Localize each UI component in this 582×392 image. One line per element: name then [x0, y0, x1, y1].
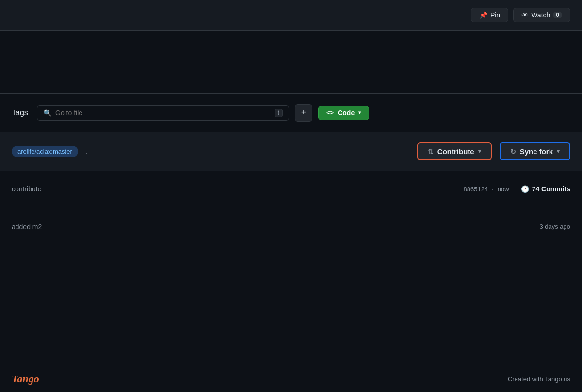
watch-label: Watch [531, 11, 550, 19]
add-button[interactable]: + [295, 104, 312, 122]
plus-icon: + [301, 108, 307, 118]
sync-fork-button[interactable]: ↻ Sync fork ▾ [500, 142, 570, 160]
commits-row: contribute 8865124 · now 🕐 74 Commits [0, 171, 582, 207]
commit-dot: · [492, 186, 494, 193]
sync-fork-label: Sync fork [520, 147, 553, 156]
watch-count: 0 [553, 12, 562, 18]
search-kbd: t [275, 109, 283, 117]
search-box[interactable]: 🔍 t [37, 105, 289, 121]
code-chevron-icon: ▾ [358, 110, 361, 115]
file-name: added m2 [12, 223, 42, 231]
code-brackets-icon: <> [326, 109, 334, 116]
contribute-icon: ⇅ [428, 148, 434, 156]
commit-hash: 8865124 [464, 186, 488, 193]
code-label: Code [338, 109, 355, 117]
commits-label: 74 Commits [532, 185, 570, 193]
file-row: added m2 3 days ago [0, 207, 582, 246]
contribute-cell: contribute [12, 185, 41, 193]
contribute-chevron-icon: ▾ [478, 148, 481, 155]
created-with-label: Created with Tango.us [508, 376, 570, 383]
search-icon: 🔍 [43, 109, 51, 117]
bottom-bar: Tango Created with Tango.us [0, 366, 582, 392]
tango-logo: Tango [12, 373, 39, 385]
contribute-label: Contribute [437, 147, 474, 156]
dot-separator: . [86, 147, 88, 156]
file-time: 3 days ago [539, 223, 570, 230]
commit-info: 8865124 · now 🕐 74 Commits [464, 185, 570, 193]
code-button[interactable]: <> Code ▾ [318, 106, 369, 120]
toolbar-row: Tags 🔍 t + <> Code ▾ [0, 94, 582, 132]
commit-time: now [498, 186, 509, 193]
pin-icon: 📌 [479, 11, 487, 19]
tags-label: Tags [12, 109, 31, 117]
middle-section [0, 31, 582, 94]
commits-link[interactable]: 🕐 74 Commits [521, 185, 570, 193]
branch-row: arelife/aciax:master . ⇅ Contribute ▾ ↻ … [0, 132, 582, 171]
watch-button[interactable]: 👁 Watch 0 [513, 8, 570, 22]
watch-icon: 👁 [521, 11, 528, 19]
contribute-button[interactable]: ⇅ Contribute ▾ [417, 142, 492, 160]
top-bar: 📌 Pin 👁 Watch 0 [0, 0, 582, 31]
sync-icon: ↻ [510, 148, 516, 156]
pin-label: Pin [490, 11, 500, 19]
sync-chevron-icon: ▾ [557, 148, 560, 155]
history-icon: 🕐 [521, 185, 529, 193]
pin-button[interactable]: 📌 Pin [471, 8, 508, 22]
search-input[interactable] [55, 109, 271, 117]
branch-tag[interactable]: arelife/aciax:master [12, 146, 78, 157]
